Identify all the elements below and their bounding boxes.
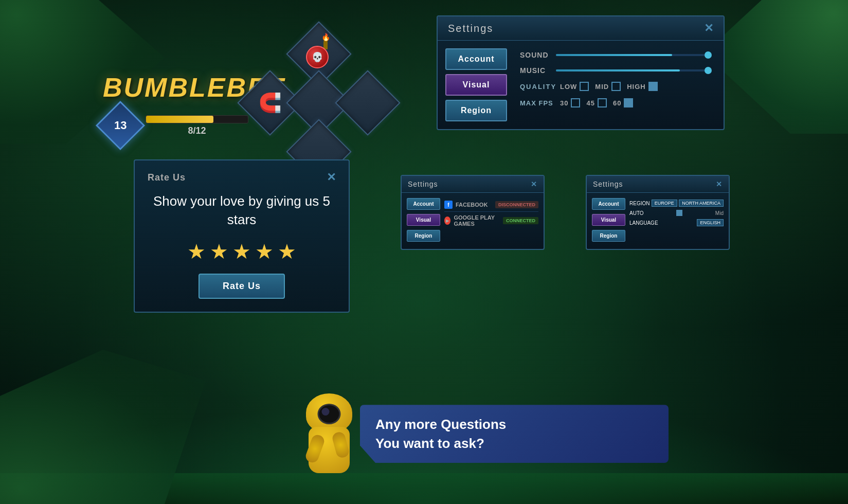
panel2-nav-account[interactable]: Account — [592, 198, 625, 210]
fps-60-label: 60 — [613, 99, 621, 107]
settings-panel2-nav: Account Visual Region — [592, 198, 625, 244]
sound-row: SOUND — [520, 51, 711, 59]
settings-panel1-content: f FACEBOOK DISCONNECTED ▶ GOOGLE PLAY GA… — [444, 198, 538, 244]
panel2-nav-region[interactable]: Region — [592, 230, 625, 242]
robot-eye — [318, 404, 341, 424]
settings-main-header: Settings ✕ — [438, 16, 724, 41]
robot-character — [298, 391, 370, 473]
auto-checkbox[interactable] — [676, 210, 682, 216]
region-europe[interactable]: EUROPE — [652, 200, 677, 207]
quality-mid-checkbox[interactable] — [611, 82, 621, 91]
slot-right[interactable] — [335, 70, 400, 135]
quality-high-checkbox[interactable] — [648, 82, 658, 91]
sound-label: SOUND — [520, 51, 551, 59]
slot-center-inner — [303, 87, 334, 118]
settings-main-close[interactable]: ✕ — [704, 22, 713, 35]
settings-panel2-close[interactable]: ✕ — [716, 180, 723, 188]
facebook-status: DISCONNECTED — [495, 201, 538, 208]
quality-row: QUALITY LOW MID HIGH — [520, 82, 711, 91]
xp-section: 8/12 — [146, 115, 248, 136]
rate-us-button[interactable]: Rate Us — [199, 274, 285, 299]
star-2[interactable]: ★ — [210, 240, 228, 263]
google-play-icon: ▶ — [444, 217, 450, 225]
panel1-nav-visual[interactable]: Visual — [407, 214, 440, 226]
quality-high-label: HIGH — [627, 83, 646, 91]
settings-panel2-header: Settings ✕ — [587, 176, 729, 193]
fps-60-checkbox[interactable] — [624, 98, 633, 107]
star-5[interactable]: ★ — [278, 240, 296, 263]
slot-left-inner: 🧲 — [255, 87, 285, 118]
settings-panel1: Settings ✕ Account Visual Region f FACEB… — [401, 175, 545, 250]
sound-fill — [556, 54, 672, 56]
slot-top-inner — [303, 39, 334, 69]
fps-60[interactable]: 60 — [613, 98, 633, 107]
panel1-nav-region[interactable]: Region — [407, 230, 440, 242]
settings-panel1-body: Account Visual Region f FACEBOOK DISCONN… — [402, 193, 544, 249]
settings-main-content: SOUND MUSIC QUALITY — [515, 48, 716, 121]
music-slider[interactable] — [556, 69, 711, 71]
quality-high[interactable]: HIGH — [627, 82, 658, 91]
nav-visual-btn[interactable]: Visual — [445, 74, 507, 96]
fps-45[interactable]: 45 — [586, 98, 606, 107]
language-value[interactable]: ENGLISH — [697, 219, 724, 226]
slot-right-inner — [352, 87, 383, 118]
rate-panel-close[interactable]: ✕ — [327, 171, 336, 184]
fps-options: 30 45 60 — [560, 98, 633, 107]
fps-30[interactable]: 30 — [560, 98, 580, 107]
quality-low-label: LOW — [560, 83, 577, 91]
region-selector-row: REGION EUROPE NORTH AMERICA — [629, 198, 724, 208]
mid-label: Mid — [715, 210, 724, 216]
quality-mid-label: MID — [595, 83, 609, 91]
robot-arm-right — [331, 431, 350, 459]
auto-row: AUTO Mid — [629, 208, 724, 218]
sound-slider[interactable] — [556, 54, 711, 56]
xp-bar-bg — [146, 115, 248, 123]
settings-panel2-content: REGION EUROPE NORTH AMERICA AUTO Mid LAN… — [629, 198, 724, 244]
quality-low[interactable]: LOW — [560, 82, 589, 91]
quality-mid[interactable]: MID — [595, 82, 621, 91]
fps-30-label: 30 — [560, 99, 568, 107]
fps-45-label: 45 — [586, 99, 594, 107]
google-row: ▶ GOOGLE PLAY GAMES CONNECTED — [444, 212, 538, 229]
chat-bubble: Any more Questions You want to ask? — [360, 405, 669, 463]
settings-main-title: Settings — [448, 23, 493, 34]
region-na[interactable]: NORTH AMERICA — [679, 200, 724, 207]
star-1[interactable]: ★ — [187, 240, 206, 263]
star-3[interactable]: ★ — [232, 240, 251, 263]
sound-thumb — [705, 51, 712, 59]
facebook-label: FACEBOOK — [456, 202, 488, 208]
auto-label: AUTO — [629, 210, 644, 216]
nav-region-btn[interactable]: Region — [445, 100, 507, 121]
weapon-slots: 🧲 — [247, 31, 391, 175]
settings-main-panel: Settings ✕ Account Visual Region SOUND — [437, 15, 725, 130]
bomb-icon — [306, 40, 332, 68]
quality-label: QUALITY — [520, 83, 556, 91]
fps-45-checkbox[interactable] — [598, 98, 607, 107]
xp-bar-fill — [146, 116, 213, 123]
quality-options: LOW MID HIGH — [560, 82, 658, 91]
settings-panel1-title: Settings — [408, 180, 438, 188]
google-label: GOOGLE PLAY GAMES — [454, 214, 503, 227]
stars-row: ★ ★ ★ ★ ★ — [148, 240, 336, 263]
region-label: REGION — [629, 201, 649, 206]
star-4[interactable]: ★ — [255, 240, 274, 263]
fps-30-checkbox[interactable] — [571, 98, 580, 107]
nav-account-btn[interactable]: Account — [445, 48, 507, 70]
level-badge: 13 — [96, 101, 145, 150]
settings-panel2-body: Account Visual Region REGION EUROPE NORT… — [587, 193, 729, 249]
chat-line1: Any more Questions — [375, 415, 653, 434]
robot-head — [306, 393, 352, 432]
language-row: LANGUAGE ENGLISH — [629, 218, 724, 228]
robot-body — [309, 427, 350, 473]
facebook-left: f FACEBOOK — [444, 201, 488, 209]
music-thumb — [705, 67, 712, 74]
panel2-nav-visual[interactable]: Visual — [592, 214, 625, 226]
panel1-nav-account[interactable]: Account — [407, 198, 440, 210]
settings-panel1-close[interactable]: ✕ — [531, 180, 537, 188]
fps-row: MAX FPS 30 45 60 — [520, 98, 711, 107]
fps-label: MAX FPS — [520, 99, 556, 107]
quality-low-checkbox[interactable] — [580, 82, 589, 91]
rate-us-panel: Rate Us ✕ Show your love by giving us 5 … — [134, 159, 350, 313]
rate-panel-title: Rate Us — [148, 172, 186, 183]
xp-text: 8/12 — [146, 125, 248, 136]
